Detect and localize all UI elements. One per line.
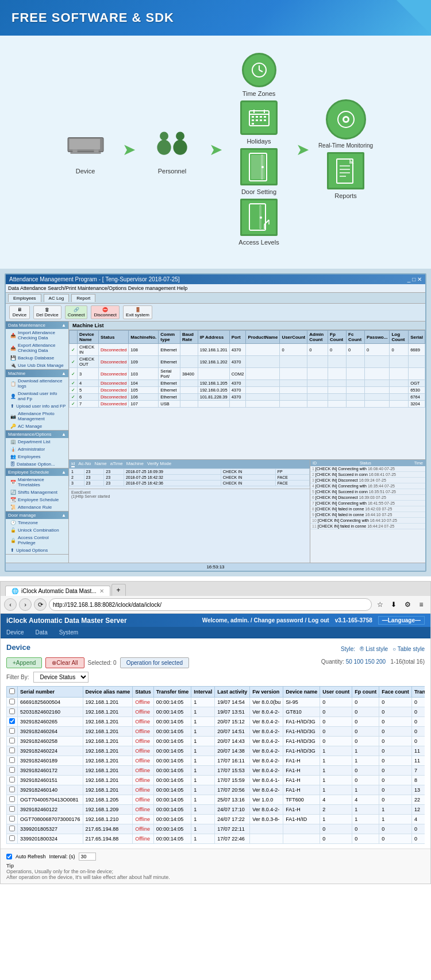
td-check[interactable] (7, 785, 18, 795)
iclock-language-select[interactable]: —Language— (378, 616, 425, 625)
row-checkbox[interactable] (9, 738, 15, 743)
append-btn[interactable]: +Append (6, 657, 42, 668)
sidebar-export[interactable]: 📤 Export Attendance Checking Data (6, 342, 68, 354)
td-check[interactable] (7, 756, 18, 766)
star-icon[interactable]: ☆ (374, 599, 386, 610)
log-tab-machine[interactable]: Machine (126, 461, 144, 467)
url-bar[interactable] (49, 598, 372, 611)
sidebar-dept[interactable]: 🏢 Department List (6, 438, 68, 446)
td-check[interactable] (7, 737, 18, 746)
row-checkbox[interactable] (9, 816, 15, 822)
nav-system[interactable]: System (59, 628, 78, 637)
td-check[interactable] (7, 815, 18, 824)
sidebar-upload-opts[interactable]: ⬆ Upload Options (6, 547, 68, 554)
amp-btn-connect[interactable]: 🔗 Connect (65, 305, 88, 319)
refresh-btn[interactable]: ⟳ (34, 598, 47, 611)
nav-device[interactable]: Device (6, 628, 24, 637)
operation-btn[interactable]: Operation for selected (120, 657, 189, 668)
td-face: 0 (379, 785, 412, 795)
td-check[interactable] (7, 805, 18, 815)
nav-data[interactable]: Data (36, 628, 48, 637)
row-checkbox[interactable] (9, 796, 15, 802)
sidebar-upload-user[interactable]: ⬆ Upload user info and FP (6, 402, 68, 410)
machine-table-area[interactable]: Device Name Status MachineNo. Comm type … (69, 330, 425, 459)
row-checkbox[interactable] (9, 777, 15, 783)
td-check[interactable] (7, 717, 18, 727)
sidebar-unlock[interactable]: 🔓 Unlock Combination (6, 526, 68, 534)
tab-close-btn[interactable]: ✕ (99, 588, 104, 594)
row-checkbox[interactable] (9, 757, 15, 763)
sidebar-usb[interactable]: 🔌 Use Usb Disk Manage (6, 362, 68, 369)
td-check[interactable] (7, 834, 18, 844)
sidebar-backup[interactable]: 💾 Backup Database (6, 354, 68, 362)
sidebar-download-att[interactable]: 📋 Download attendance logs (6, 377, 68, 390)
row-checkbox[interactable] (9, 728, 15, 734)
td-check[interactable] (7, 766, 18, 776)
sidebar-db-option[interactable]: 🗄 Database Option... (6, 460, 68, 468)
auto-refresh-checkbox[interactable] (6, 854, 12, 859)
amp-btn-del-device[interactable]: 🗑 Del Device (33, 305, 61, 319)
row-checkbox[interactable] (9, 806, 15, 812)
td-interval: 1 (191, 766, 215, 776)
sidebar-att-rule[interactable]: 📜 Attendance Rule (6, 503, 68, 511)
sidebar-header-machine[interactable]: Machine ▲ (6, 370, 68, 377)
sidebar-timezone[interactable]: 🕐 Timezone (6, 519, 68, 526)
table-style-btn[interactable]: ○ Table style (392, 646, 425, 652)
sidebar-download-user[interactable]: 👤 Download user info and Fp (6, 390, 68, 402)
log-tab-verify[interactable]: Verify Mode (147, 461, 171, 467)
check-all[interactable] (9, 688, 15, 694)
td-check[interactable] (7, 824, 18, 834)
forward-btn[interactable]: › (19, 598, 32, 611)
amp-btn-device[interactable]: 🖥 Device (9, 305, 30, 319)
amp-tab-aclog[interactable]: AC Log (44, 294, 70, 302)
log-tab-atime[interactable]: aTime (110, 461, 123, 467)
td-check[interactable] (7, 776, 18, 785)
amp-btn-disconnect[interactable]: ⛔ Disconnect (91, 305, 120, 319)
sidebar-header-door[interactable]: Door manage ▲ (6, 512, 68, 519)
row-checkbox[interactable] (9, 708, 15, 714)
log-tab-id[interactable]: id (71, 461, 75, 467)
iclock-table-area[interactable]: Serial number Device alias name Status T… (6, 686, 425, 844)
row-checkbox[interactable] (9, 767, 15, 773)
filter-select[interactable]: Device Status (33, 672, 88, 683)
row-checkbox[interactable] (9, 835, 15, 841)
sidebar-header-es[interactable]: Employee Schedule ▲ (6, 468, 68, 476)
back-btn[interactable]: ‹ (4, 598, 17, 611)
sidebar-header-mo[interactable]: Maintenance/Options ▲ (6, 431, 68, 438)
row-checkbox[interactable] (9, 787, 15, 792)
amp-tab-report[interactable]: Report (71, 294, 95, 302)
td-user (280, 394, 307, 401)
sidebar-shifts[interactable]: 🔄 Shifts Management (6, 489, 68, 496)
row-checkbox[interactable] (9, 826, 15, 831)
td-check[interactable] (7, 698, 18, 707)
td-check[interactable] (7, 727, 18, 737)
td-check[interactable] (7, 795, 18, 805)
sidebar-ac-manage[interactable]: 🔑 AC Manage (6, 423, 68, 430)
browser-new-tab[interactable]: + (111, 584, 126, 596)
download-icon[interactable]: ⬇ (388, 599, 399, 610)
row-checkbox[interactable] (9, 747, 15, 753)
log-tab-acno[interactable]: Ac-No (78, 461, 91, 467)
quantity-values[interactable]: 50 100 150 200 (346, 659, 386, 665)
amp-tab-employees[interactable]: Employees (8, 294, 41, 302)
td-check[interactable] (7, 746, 18, 756)
sidebar-employees[interactable]: 👥 Employees (6, 453, 68, 460)
log-tab-name[interactable]: Name (94, 461, 106, 467)
clear-all-btn[interactable]: ⊗Clear All (45, 657, 84, 668)
sidebar-access-priv[interactable]: 🔒 Access Control Privilege (6, 534, 68, 547)
sidebar-emp-schedule[interactable]: 📆 Employee Schedule (6, 496, 68, 503)
settings-icon[interactable]: ⚙ (402, 599, 413, 610)
td-check[interactable] (7, 707, 18, 717)
sidebar-photo[interactable]: 📷 Attendance Photo Management (6, 410, 68, 423)
sidebar-import[interactable]: 📥 Import Attendance Checking Data (6, 329, 68, 342)
sidebar-header-dm[interactable]: Data Maintenance ▲ (6, 321, 68, 329)
sidebar-admin[interactable]: 👔 Administrator (6, 446, 68, 453)
amp-btn-exit[interactable]: 🚪 Exit system (123, 305, 152, 319)
row-checkbox[interactable] (9, 718, 15, 724)
list-style-btn[interactable]: ® List style (360, 646, 388, 652)
row-checkbox[interactable] (9, 699, 15, 704)
browser-tab-active[interactable]: 🌐 iClock Automatic Data Mast... ✕ (5, 586, 110, 596)
interval-input[interactable] (79, 853, 96, 861)
sidebar-timetable[interactable]: 📅 Maintenance Timetables (6, 476, 68, 489)
menu-icon[interactable]: ≡ (415, 599, 427, 610)
